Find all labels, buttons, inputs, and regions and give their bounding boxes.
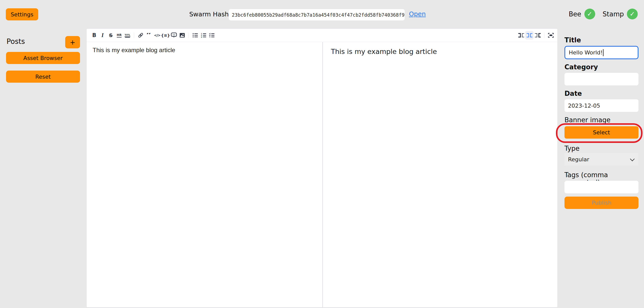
italic-icon: I (101, 32, 104, 39)
stamp-status-label: Stamp (603, 10, 624, 18)
asset-browser-button[interactable]: Asset Browser (6, 52, 80, 64)
banner-image-select-button[interactable]: Select (564, 126, 638, 139)
toolbar-button-bullet-list[interactable] (191, 31, 199, 40)
toolbar-button-italic[interactable]: I (98, 31, 107, 40)
toolbar-divider (134, 33, 134, 38)
swarm-hash-label: Swarm Hash (189, 11, 229, 18)
strikethrough-icon: S (109, 32, 112, 38)
date-label: Date (564, 90, 582, 97)
view-mode-editor-only-button[interactable] (517, 31, 525, 40)
title-input[interactable]: Hello World! (564, 46, 638, 59)
post-properties-panel: Title Hello World! Category Date 2023-12… (558, 28, 644, 307)
svg-text:<>: <> (172, 34, 175, 36)
open-link[interactable]: Open (409, 10, 426, 18)
text-cursor (603, 49, 603, 56)
fullscreen-button[interactable] (547, 31, 555, 40)
toolbar-view-modes (517, 31, 555, 40)
posts-heading: Posts (7, 37, 25, 46)
tags-input[interactable] (564, 181, 638, 193)
status-cluster: Bee ✓ Stamp ✓ (569, 9, 638, 19)
toolbar-divider (188, 33, 189, 38)
view-mode-preview-only-button[interactable] (534, 31, 542, 40)
toolbar-button-title[interactable]: TITL (123, 31, 132, 40)
reset-button[interactable]: Reset (6, 71, 80, 83)
preview-only-icon (535, 33, 541, 38)
bee-status-label: Bee (569, 10, 581, 18)
new-post-button[interactable]: + (65, 36, 80, 48)
preview-pane: This is my example blog article (323, 42, 557, 307)
embed-comment-icon: <> (171, 33, 177, 38)
blockquote-icon: ” (146, 33, 151, 38)
toolbar-divider (544, 33, 544, 38)
date-input[interactable]: 2023-12-05 (564, 99, 638, 112)
toolbar-button-codeblock[interactable]: {≡} (161, 31, 170, 40)
toolbar-button-code[interactable]: </> (153, 31, 161, 40)
settings-button[interactable]: Settings (6, 8, 38, 20)
ordered-list-icon: 123 (201, 33, 206, 38)
svg-text:3: 3 (201, 36, 202, 38)
bee-check-icon: ✓ (584, 9, 595, 19)
editor-body: This is my example blog article This is … (87, 42, 557, 307)
link-icon (138, 33, 143, 38)
category-input[interactable] (564, 73, 638, 85)
task-list-icon (209, 33, 215, 38)
publish-button[interactable]: Publish (564, 197, 638, 209)
code-block-icon: {≡} (161, 33, 170, 38)
image-icon (179, 33, 185, 38)
swarm-hash-input[interactable]: 23bc6feb80055b29adf68a8c7b7a16a454f03c4f… (229, 9, 405, 20)
banner-image-label: Banner image (564, 116, 611, 124)
toolbar-button-link[interactable] (136, 31, 145, 40)
fullscreen-icon (548, 33, 554, 38)
toolbar-button-ordered-list[interactable]: 123 (199, 31, 208, 40)
chevron-down-icon (630, 157, 634, 161)
bold-icon: B (92, 32, 96, 38)
markdown-editor: B I S HR TITL ” </> {≡} (86, 28, 558, 307)
toolbar-button-strike[interactable]: S (107, 31, 115, 40)
editor-toolbar: B I S HR TITL ” </> {≡} (87, 29, 557, 42)
horizontal-rule-icon: HR (117, 33, 122, 38)
stamp-check-icon: ✓ (627, 9, 638, 19)
app-window: Settings Swarm Hash 23bc6feb80055b29adf6… (0, 0, 644, 308)
markdown-input-pane[interactable]: This is my example blog article (87, 42, 322, 307)
toolbar-button-image[interactable] (178, 31, 186, 40)
type-select[interactable]: Regular (564, 153, 638, 166)
toolbar-button-embed[interactable]: <> (170, 31, 178, 40)
title-label: Title (564, 36, 581, 44)
toolbar-button-hr[interactable]: HR (115, 31, 123, 40)
type-select-value: Regular (568, 156, 589, 163)
title-input-value: Hello World! (569, 49, 603, 56)
editor-only-icon (518, 33, 524, 38)
bullet-list-icon (193, 33, 198, 38)
toolbar-button-quote[interactable]: ” (145, 31, 153, 40)
type-label: Type (564, 145, 580, 152)
inline-code-icon: </> (154, 33, 161, 37)
split-view-icon (526, 33, 533, 38)
title-heading-icon: TITL (125, 34, 130, 37)
toolbar-button-task-list[interactable] (208, 31, 216, 40)
toolbar-button-bold[interactable]: B (90, 31, 98, 40)
category-label: Category (564, 63, 598, 71)
view-mode-split-button[interactable] (525, 31, 534, 40)
